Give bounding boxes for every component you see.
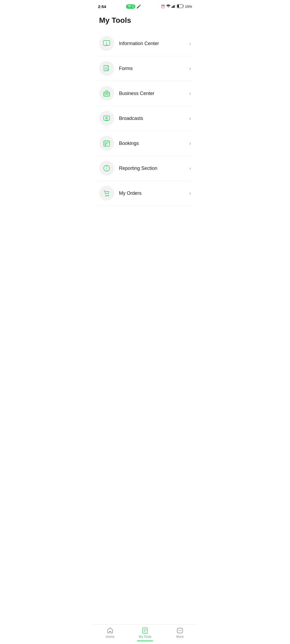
menu-item-broadcasts[interactable]: Broadcasts ›	[97, 106, 193, 131]
reporting-section-chevron: ›	[189, 166, 191, 171]
wifi-badge: 1	[126, 4, 135, 9]
reporting-icon	[103, 165, 110, 172]
status-bar: 2:54 1 🎤 ⏰	[93, 0, 197, 12]
bookings-icon	[103, 140, 110, 147]
svg-rect-1	[173, 6, 173, 8]
forms-label: Forms	[119, 66, 189, 71]
bookings-icon-wrapper	[99, 136, 114, 151]
menu-item-forms[interactable]: Forms ›	[97, 56, 193, 81]
menu-item-my-orders[interactable]: My Orders ›	[97, 181, 193, 206]
svg-rect-28	[105, 145, 106, 146]
svg-rect-13	[104, 92, 110, 96]
broadcasts-icon-wrapper	[99, 111, 114, 126]
my-orders-chevron: ›	[189, 191, 191, 196]
status-right: ⏰ 15%	[161, 4, 192, 9]
wifi-signal-icon	[166, 4, 171, 9]
my-orders-label: My Orders	[119, 191, 189, 196]
svg-marker-19	[106, 118, 107, 119]
status-time: 2:54	[98, 4, 106, 9]
svg-point-34	[108, 195, 109, 196]
svg-rect-2	[174, 5, 175, 8]
signal-bars-icon	[172, 4, 176, 9]
alarm-icon: ⏰	[161, 5, 165, 9]
battery-icon	[177, 4, 184, 9]
my-orders-icon	[103, 190, 110, 197]
wifi-icon	[128, 5, 131, 8]
information-center-label: Information Center	[119, 41, 189, 46]
reporting-section-label: Reporting Section	[119, 166, 189, 171]
svg-rect-5	[177, 5, 179, 8]
svg-rect-27	[106, 143, 107, 144]
speaker-icon: 🎤	[136, 4, 141, 9]
bookings-chevron: ›	[189, 141, 191, 146]
broadcasts-label: Broadcasts	[119, 116, 189, 121]
bookings-label: Bookings	[119, 141, 189, 146]
svg-rect-8	[106, 43, 107, 45]
page-title: My Tools	[93, 12, 197, 31]
my-orders-icon-wrapper	[99, 186, 114, 201]
forms-icon	[103, 65, 110, 72]
menu-item-reporting-section[interactable]: Reporting Section ›	[97, 156, 193, 181]
reporting-icon-wrapper	[99, 161, 114, 176]
svg-point-7	[106, 42, 107, 43]
battery-percentage: 15%	[185, 5, 192, 9]
information-center-icon-wrapper	[99, 36, 114, 51]
business-center-label: Business Center	[119, 91, 189, 96]
menu-item-bookings[interactable]: Bookings ›	[97, 131, 193, 156]
status-center: 1 🎤	[126, 4, 141, 9]
forms-icon-wrapper	[99, 61, 114, 76]
business-center-icon	[103, 90, 110, 97]
menu-item-information-center[interactable]: Information Center ›	[97, 31, 193, 56]
business-center-chevron: ›	[189, 91, 191, 96]
broadcasts-chevron: ›	[189, 116, 191, 121]
svg-rect-0	[172, 7, 172, 8]
business-center-icon-wrapper	[99, 86, 114, 101]
forms-chevron: ›	[189, 66, 191, 71]
svg-point-33	[106, 195, 107, 196]
information-center-icon	[103, 40, 110, 47]
broadcasts-icon	[103, 115, 110, 122]
svg-rect-26	[105, 143, 106, 144]
wifi-count: 1	[132, 5, 134, 8]
menu-item-business-center[interactable]: Business Center ›	[97, 81, 193, 106]
svg-point-30	[106, 168, 107, 169]
menu-list: Information Center › Forms ›	[93, 31, 197, 206]
svg-rect-3	[175, 4, 176, 8]
information-center-chevron: ›	[189, 41, 191, 46]
